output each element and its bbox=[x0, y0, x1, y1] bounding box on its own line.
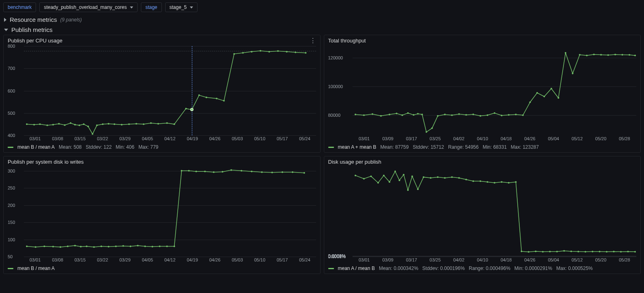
chevron-down-icon bbox=[130, 6, 133, 8]
line-series bbox=[24, 46, 316, 135]
svg-point-73 bbox=[579, 54, 580, 55]
svg-point-16 bbox=[114, 123, 115, 125]
legend[interactable]: mean B / mean A Mean: 508 Stddev: 122 Mi… bbox=[4, 143, 320, 152]
plot-body bbox=[353, 46, 637, 135]
svg-point-145 bbox=[535, 251, 536, 252]
svg-point-37 bbox=[286, 51, 287, 53]
svg-point-140 bbox=[501, 181, 502, 183]
svg-point-34 bbox=[259, 50, 261, 52]
svg-point-46 bbox=[401, 114, 403, 116]
svg-point-159 bbox=[634, 251, 635, 253]
svg-point-48 bbox=[412, 114, 414, 116]
legend-stat-min: Min: 0.0000291% bbox=[514, 266, 552, 271]
svg-point-152 bbox=[584, 251, 586, 253]
svg-point-100 bbox=[159, 245, 160, 247]
svg-point-20 bbox=[143, 123, 145, 125]
legend[interactable]: mean A / mean B Mean: 0.000342% Stddev: … bbox=[324, 265, 641, 274]
svg-point-18 bbox=[128, 123, 130, 125]
svg-point-133 bbox=[451, 176, 453, 178]
row-resource-metrics[interactable]: Resource metrics (9 panels) bbox=[3, 15, 641, 25]
chevron-right-icon bbox=[4, 18, 6, 22]
legend[interactable]: mean B / mean A bbox=[4, 265, 320, 274]
svg-point-86 bbox=[60, 246, 61, 248]
legend-series-name: mean A + mean B bbox=[338, 144, 376, 150]
svg-point-70 bbox=[557, 97, 559, 99]
svg-point-123 bbox=[394, 171, 396, 172]
svg-point-43 bbox=[380, 115, 382, 117]
svg-point-106 bbox=[204, 171, 206, 172]
svg-point-11 bbox=[87, 126, 89, 127]
svg-point-93 bbox=[108, 246, 109, 247]
svg-point-126 bbox=[407, 189, 408, 191]
line-series bbox=[353, 46, 637, 135]
chart-area[interactable]: 50100150200250300 bbox=[8, 167, 316, 257]
svg-point-51 bbox=[425, 131, 427, 133]
chart-area[interactable]: 0%0.0001%0.0002%0.0003%0.0004%0.0005% bbox=[328, 167, 637, 257]
annotation-line[interactable] bbox=[192, 46, 192, 135]
legend-stat-mean: Mean: 0.000342% bbox=[379, 266, 418, 271]
stage-variable[interactable]: stage bbox=[141, 2, 162, 12]
svg-point-49 bbox=[417, 113, 419, 114]
svg-point-19 bbox=[136, 123, 137, 124]
svg-point-0 bbox=[26, 123, 28, 125]
svg-point-127 bbox=[411, 175, 413, 177]
chart-area[interactable]: 80000100000120000 bbox=[328, 46, 637, 135]
svg-point-31 bbox=[233, 53, 235, 55]
svg-point-150 bbox=[570, 251, 572, 252]
benchmark-value-dropdown[interactable]: steady_publish_overload_many_cores bbox=[39, 2, 138, 12]
svg-point-63 bbox=[508, 114, 509, 116]
svg-point-96 bbox=[130, 245, 131, 247]
panel-total-throughput[interactable]: Total throughput 80000100000120000 03/01… bbox=[324, 35, 641, 153]
svg-point-95 bbox=[122, 245, 124, 247]
legend-swatch bbox=[328, 268, 334, 269]
row-subtitle: (9 panels) bbox=[60, 17, 82, 23]
svg-point-109 bbox=[230, 169, 232, 171]
svg-point-111 bbox=[251, 171, 253, 172]
panel-publish-per-disk-io[interactable]: Publish per system disk io writes 501001… bbox=[3, 156, 321, 274]
svg-point-138 bbox=[487, 181, 488, 183]
stage-value: stage_5 bbox=[170, 4, 187, 10]
svg-point-65 bbox=[522, 114, 523, 116]
svg-point-25 bbox=[185, 108, 187, 110]
row-publish-metrics[interactable]: Publish metrics bbox=[3, 25, 641, 35]
svg-point-146 bbox=[542, 251, 544, 253]
svg-point-99 bbox=[151, 246, 153, 247]
benchmark-label: benchmark bbox=[8, 4, 32, 10]
svg-point-158 bbox=[627, 251, 629, 252]
legend[interactable]: mean A + mean B Mean: 87759 Stddev: 1571… bbox=[324, 143, 641, 152]
hover-marker bbox=[190, 108, 193, 111]
svg-point-129 bbox=[423, 176, 424, 178]
panel-title: Disk usage per publish bbox=[328, 159, 382, 165]
panel-disk-usage-per-publish[interactable]: Disk usage per publish 0%0.0001%0.0002%0… bbox=[324, 156, 641, 274]
svg-point-9 bbox=[79, 124, 80, 126]
svg-point-115 bbox=[292, 171, 293, 173]
svg-point-154 bbox=[599, 251, 600, 252]
svg-point-32 bbox=[242, 52, 244, 54]
svg-point-3 bbox=[47, 124, 48, 126]
svg-point-156 bbox=[613, 251, 614, 252]
row-title: Publish metrics bbox=[11, 26, 53, 33]
svg-point-77 bbox=[607, 54, 609, 56]
panel-title: Total throughput bbox=[328, 38, 366, 44]
svg-point-59 bbox=[479, 115, 481, 117]
svg-point-144 bbox=[527, 251, 529, 253]
svg-point-1 bbox=[33, 124, 35, 125]
svg-point-88 bbox=[74, 245, 76, 247]
panel-menu-icon[interactable]: ⋮ bbox=[310, 39, 316, 43]
svg-point-155 bbox=[606, 251, 607, 253]
legend-stat-range: Range: 0.000496% bbox=[469, 266, 510, 271]
svg-point-75 bbox=[593, 54, 595, 55]
svg-point-87 bbox=[67, 245, 68, 247]
chart-area[interactable]: 400500600700800 bbox=[8, 46, 316, 135]
benchmark-variable[interactable]: benchmark bbox=[3, 2, 36, 12]
line-series bbox=[353, 167, 637, 257]
svg-point-58 bbox=[472, 114, 474, 115]
benchmark-value: steady_publish_overload_many_cores bbox=[44, 4, 127, 10]
panel-publish-per-cpu[interactable]: Publish per CPU usage ⋮ 400500600700800 … bbox=[3, 35, 321, 153]
x-axis: 03/0103/0903/1703/2504/0204/1004/1804/26… bbox=[353, 136, 637, 143]
svg-point-55 bbox=[451, 114, 453, 116]
svg-point-131 bbox=[437, 176, 438, 178]
svg-point-22 bbox=[157, 123, 159, 124]
stage-value-dropdown[interactable]: stage_5 bbox=[165, 2, 198, 12]
svg-point-52 bbox=[431, 127, 433, 129]
